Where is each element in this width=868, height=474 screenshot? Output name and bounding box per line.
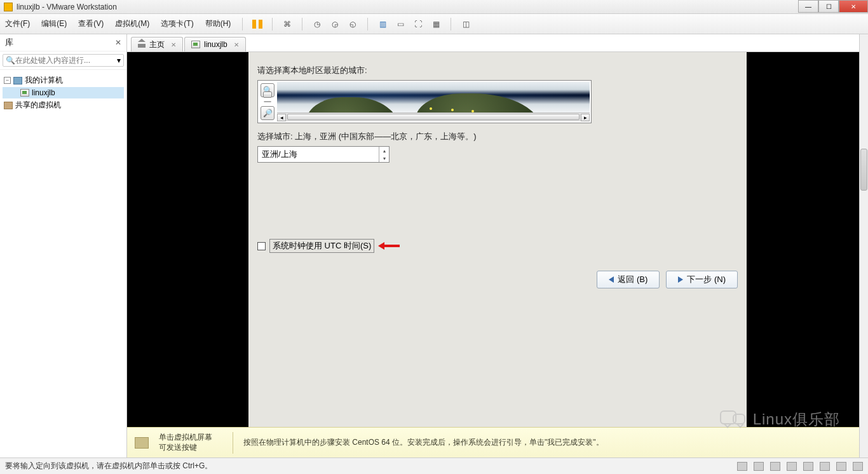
snapshot-manager-button[interactable]: ◵	[347, 18, 358, 30]
combo-spinner[interactable]: ▴▾	[379, 147, 389, 162]
send-ctrl-alt-del-button[interactable]: ⌘	[281, 18, 293, 30]
library-tree: − 我的计算机 linuxjlb 共享的虚拟机	[0, 70, 126, 116]
console-view-button[interactable]: ▥	[377, 18, 388, 30]
menu-view[interactable]: 查看(V)	[76, 17, 106, 30]
device-network-icon[interactable]	[787, 462, 797, 471]
library-toggle-button[interactable]: ◫	[460, 18, 471, 30]
scroll-right-button[interactable]: ▸	[581, 114, 590, 121]
device-cd-icon[interactable]	[754, 462, 764, 471]
utc-checkbox-label[interactable]: 系统时钟使用 UTC 时间(S)	[269, 239, 374, 253]
vm-console[interactable]: 请选择离本地时区最近的城市: 🔍 🔎	[127, 52, 868, 427]
tab-close-icon[interactable]: ✕	[171, 41, 176, 48]
back-button[interactable]: 返回 (B)	[597, 271, 660, 288]
search-icon: 🔍	[6, 56, 15, 65]
unity-button[interactable]: ▭	[395, 18, 406, 30]
zoom-controls: 🔍 🔎	[259, 82, 276, 121]
zoom-out-button[interactable]: 🔎	[261, 106, 275, 120]
close-button[interactable]: ✕	[839, 0, 868, 13]
device-floppy-icon[interactable]	[737, 462, 747, 471]
search-box[interactable]: 🔍 ▾	[3, 54, 124, 67]
map-horizontal-scrollbar[interactable]: ◂ ▸	[277, 112, 590, 121]
tab-close-icon[interactable]: ✕	[234, 41, 239, 48]
menu-help[interactable]: 帮助(H)	[203, 17, 234, 30]
separator	[272, 18, 273, 30]
zoom-slider-thumb[interactable]	[263, 91, 272, 98]
hint-col1-line1: 单击虚拟机屏幕	[159, 433, 222, 443]
zoom-slider[interactable]	[264, 101, 271, 102]
search-input[interactable]	[15, 56, 117, 65]
city-line-label: 选择城市:	[257, 132, 295, 141]
hint-icon	[135, 437, 149, 449]
computer-icon	[13, 77, 22, 85]
timezone-prompt: 请选择离本地时区最近的城市:	[257, 65, 738, 76]
window-titlebar: linuxjlb - VMware Workstation — ☐ ✕	[0, 0, 868, 14]
toolbar: ⌘ ◷ ◶ ◵ ▥ ▭ ⛶ ▦ ◫	[252, 18, 471, 30]
collapse-toggle-icon[interactable]: −	[4, 77, 11, 84]
library-sidebar: 库 ✕ 🔍 ▾ − 我的计算机 linuxjlb 共享的虚拟机	[0, 34, 127, 457]
power-toggle-button[interactable]	[252, 18, 263, 30]
separator	[233, 432, 233, 454]
separator	[242, 18, 243, 30]
zoom-out-icon: 🔎	[263, 109, 273, 118]
device-sound-icon[interactable]	[820, 462, 830, 471]
timezone-combo[interactable]: 亚洲/上海 ▴▾	[257, 146, 390, 163]
timezone-map-frame: 🔍 🔎	[257, 80, 592, 123]
city-line-value: 上海，亚洲 (中国东部——北京，广东，上海等。)	[295, 132, 476, 141]
tree-root-my-computer[interactable]: − 我的计算机	[3, 74, 124, 87]
chevron-down-icon: ▾	[379, 154, 389, 162]
tree-shared-vms[interactable]: 共享的虚拟机	[3, 98, 124, 112]
timezone-combo-value: 亚洲/上海	[258, 149, 379, 160]
window-vertical-scrollbar[interactable]	[859, 34, 868, 457]
device-printer-icon[interactable]	[836, 462, 846, 471]
shared-icon	[4, 102, 13, 109]
menu-edit[interactable]: 编辑(E)	[39, 17, 69, 30]
device-hdd-icon[interactable]	[770, 462, 780, 471]
next-button[interactable]: 下一步 (N)	[666, 271, 738, 288]
tree-item-linuxjlb[interactable]: linuxjlb	[3, 87, 124, 98]
tree-label: 共享的虚拟机	[15, 100, 61, 111]
fullscreen-button[interactable]: ⛶	[412, 18, 424, 30]
world-map[interactable]: 上海 戴维斯，南极洲	[277, 82, 590, 112]
hint-col1-line2: 可发送按键	[159, 443, 222, 453]
device-usb-icon[interactable]	[803, 462, 813, 471]
minimize-button[interactable]: —	[798, 0, 818, 13]
arrow-right-icon	[678, 276, 683, 283]
menu-file[interactable]: 文件(F)	[3, 17, 32, 30]
maximize-button[interactable]: ☐	[818, 0, 839, 13]
content-area: 主页 ✕ linuxjlb ✕ 请选择离本地时区最近的城市: 🔍 🔎	[127, 34, 868, 457]
annotation-arrow-icon	[383, 242, 406, 250]
tab-home[interactable]: 主页 ✕	[131, 37, 183, 51]
dropdown-icon[interactable]: ▾	[117, 56, 121, 65]
menu-vm[interactable]: 虚拟机(M)	[112, 17, 152, 30]
separator	[367, 18, 368, 30]
snapshot-revert-button[interactable]: ◶	[329, 18, 341, 30]
snapshot-button[interactable]: ◷	[311, 18, 323, 30]
next-button-label: 下一步 (N)	[687, 274, 726, 285]
tabstrip: 主页 ✕ linuxjlb ✕	[127, 34, 868, 52]
scrollbar-thumb[interactable]	[287, 114, 580, 120]
stretch-button[interactable]: ▦	[430, 18, 442, 30]
menubar: 文件(F) 编辑(E) 查看(V) 虚拟机(M) 选项卡(T) 帮助(H) ⌘ …	[0, 14, 868, 34]
status-device-icons	[737, 462, 863, 471]
status-text: 要将输入定向到该虚拟机，请在虚拟机内部单击或按 Ctrl+G。	[5, 461, 212, 471]
chevron-up-icon: ▴	[379, 147, 389, 154]
tab-label: linuxjlb	[204, 40, 227, 49]
back-button-label: 返回 (B)	[618, 274, 648, 285]
tab-linuxjlb[interactable]: linuxjlb ✕	[184, 37, 246, 51]
selected-city-line: 选择城市: 上海，亚洲 (中国东部——北京，广东，上海等。)	[257, 131, 738, 142]
arrow-left-icon	[609, 276, 614, 283]
scroll-left-button[interactable]: ◂	[277, 114, 286, 121]
hint-bar: 单击虚拟机屏幕 可发送按键 按照在物理计算机中的步骤安装 CentOS 64 位…	[127, 427, 868, 457]
menu-tabs[interactable]: 选项卡(T)	[158, 17, 196, 30]
installer-timezone-page: 请选择离本地时区最近的城市: 🔍 🔎	[248, 52, 747, 427]
sidebar-title: 库	[5, 37, 13, 48]
separator	[451, 18, 451, 30]
utc-checkbox[interactable]	[257, 242, 266, 250]
vm-icon	[191, 41, 200, 48]
device-display-icon[interactable]	[853, 462, 863, 471]
vm-icon	[20, 89, 29, 97]
sidebar-close-button[interactable]: ✕	[115, 38, 121, 47]
window-title: linuxjlb - VMware Workstation	[17, 3, 117, 11]
tree-label: linuxjlb	[32, 88, 55, 97]
scrollbar-thumb[interactable]	[860, 149, 867, 191]
